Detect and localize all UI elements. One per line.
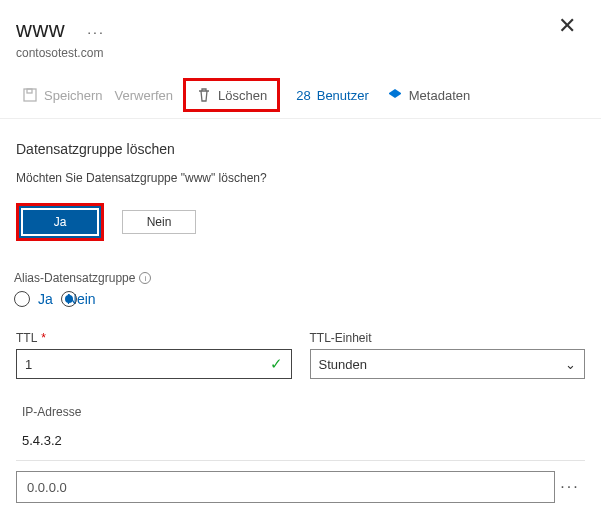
svg-rect-1 bbox=[27, 89, 32, 93]
ttl-unit-select[interactable]: Stunden ⌄ bbox=[310, 349, 586, 379]
more-menu[interactable]: ··· bbox=[87, 24, 105, 40]
confirm-yes-label: Ja bbox=[54, 215, 67, 229]
ttl-input[interactable]: 1 ✓ bbox=[16, 349, 292, 379]
discard-label: Verwerfen bbox=[115, 88, 174, 103]
close-button[interactable]: ✕ bbox=[549, 8, 585, 44]
ip-row[interactable]: 5.4.3.2 bbox=[16, 433, 585, 461]
trash-icon bbox=[196, 87, 212, 103]
confirm-no-label: Nein bbox=[147, 215, 172, 229]
users-link[interactable]: 28 Benutzer bbox=[290, 84, 375, 107]
ip-label: IP-Adresse bbox=[22, 405, 585, 419]
breadcrumb: contosotest.com bbox=[16, 46, 585, 60]
ttl-unit-label: TTL-Einheit bbox=[310, 331, 372, 345]
delete-label: Löschen bbox=[218, 88, 267, 103]
metadata-label: Metadaten bbox=[409, 88, 470, 103]
confirm-yes-button[interactable]: Ja bbox=[23, 210, 97, 234]
ttl-value: 1 bbox=[25, 357, 270, 372]
required-mark: * bbox=[41, 331, 46, 345]
chevron-down-icon: ⌄ bbox=[565, 357, 576, 372]
ttl-unit-value: Stunden bbox=[319, 357, 367, 372]
tag-icon bbox=[387, 87, 403, 103]
discard-button: Verwerfen bbox=[109, 84, 180, 107]
metadata-button[interactable]: Metadaten bbox=[381, 83, 476, 107]
delete-button[interactable]: Löschen bbox=[190, 83, 273, 107]
svg-rect-0 bbox=[24, 89, 36, 101]
info-icon[interactable]: i bbox=[139, 272, 151, 284]
close-icon: ✕ bbox=[558, 13, 576, 39]
confirm-text: Möchten Sie Datensatzgruppe "www" lösche… bbox=[16, 171, 585, 185]
check-icon: ✓ bbox=[270, 355, 283, 373]
save-button: Speichern bbox=[16, 83, 109, 107]
radio-no[interactable] bbox=[61, 291, 77, 307]
alias-label: Alias-Datensatzgruppe bbox=[14, 271, 135, 285]
alias-yes-label: Ja bbox=[38, 291, 53, 307]
confirm-title: Datensatzgruppe löschen bbox=[16, 141, 585, 157]
radio-yes[interactable] bbox=[14, 291, 30, 307]
save-label: Speichern bbox=[44, 88, 103, 103]
users-label: Benutzer bbox=[317, 88, 369, 103]
ip-new-input[interactable]: 0.0.0.0 bbox=[16, 471, 555, 503]
page-title: www bbox=[16, 17, 65, 43]
alias-radio-group[interactable]: Ja Nein bbox=[14, 291, 587, 307]
ip-placeholder: 0.0.0.0 bbox=[27, 480, 67, 495]
row-more-menu[interactable]: ··· bbox=[555, 478, 585, 496]
users-count: 28 bbox=[296, 88, 310, 103]
confirm-no-button[interactable]: Nein bbox=[122, 210, 196, 234]
save-icon bbox=[22, 87, 38, 103]
ttl-label: TTL bbox=[16, 331, 37, 345]
